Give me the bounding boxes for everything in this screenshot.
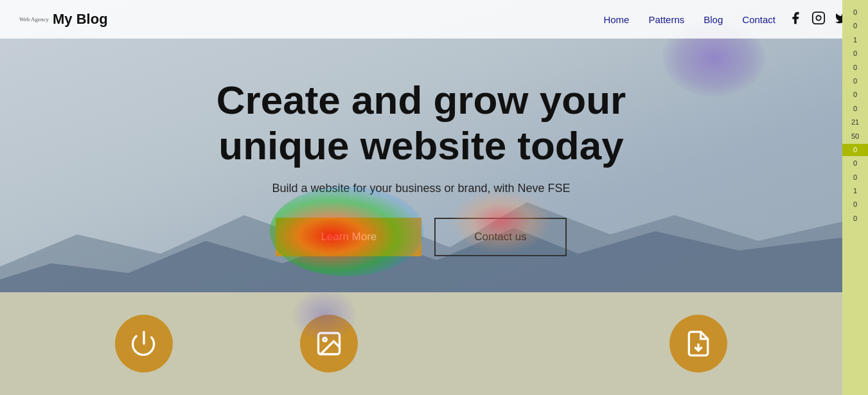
sidebar-num-10: 0 bbox=[842, 144, 868, 156]
main-nav: Home Patterns Blog Contact bbox=[603, 14, 775, 25]
power-icon-circle[interactable] bbox=[115, 315, 173, 373]
sidebar-num-2: 1 bbox=[842, 34, 868, 46]
power-icon bbox=[130, 329, 158, 358]
bottom-section bbox=[0, 292, 842, 395]
sidebar-num-15: 0 bbox=[842, 213, 868, 225]
image-icon bbox=[315, 329, 343, 358]
sidebar-num-4: 0 bbox=[842, 62, 868, 74]
download-icon-circle[interactable] bbox=[669, 315, 727, 373]
facebook-icon[interactable] bbox=[788, 11, 802, 28]
nav-contact[interactable]: Contact bbox=[742, 14, 775, 25]
hero-buttons: Learn More Contact us bbox=[276, 218, 566, 256]
download-icon bbox=[684, 329, 713, 358]
instagram-icon[interactable] bbox=[811, 11, 826, 28]
sidebar-num-7: 0 bbox=[842, 103, 868, 115]
hero-title: Create and grow your unique website toda… bbox=[217, 77, 626, 169]
sidebar-num-0: 0 bbox=[842, 6, 868, 19]
sidebar-num-13: 1 bbox=[842, 185, 868, 197]
sidebar-num-8: 21 bbox=[842, 116, 868, 128]
hero-subtitle: Build a website for your business or bra… bbox=[272, 182, 570, 195]
svg-point-6 bbox=[323, 338, 326, 342]
contact-us-button[interactable]: Contact us bbox=[434, 218, 566, 256]
hero-section: Create and grow your unique website toda… bbox=[0, 0, 842, 292]
sidebar-num-14: 0 bbox=[842, 198, 868, 211]
image-icon-circle[interactable] bbox=[300, 315, 358, 373]
site-title: My Blog bbox=[53, 11, 108, 28]
site-header: Web Agency My Blog Home Patterns Blog Co… bbox=[0, 0, 868, 39]
agency-label: Web Agency bbox=[19, 16, 49, 23]
learn-more-button[interactable]: Learn More bbox=[276, 218, 421, 256]
social-icons-group bbox=[788, 11, 849, 28]
nav-patterns[interactable]: Patterns bbox=[648, 14, 684, 25]
sidebar-num-1: 0 bbox=[842, 20, 868, 32]
sidebar-numbers: 0 0 1 0 0 0 0 0 21 50 0 0 0 1 0 0 bbox=[842, 0, 868, 395]
sidebar-num-9: 50 bbox=[842, 130, 868, 143]
sidebar-num-11: 0 bbox=[842, 157, 868, 170]
sidebar-num-6: 0 bbox=[842, 89, 868, 101]
nav-home[interactable]: Home bbox=[603, 14, 629, 25]
nav-blog[interactable]: Blog bbox=[704, 14, 723, 25]
svg-rect-0 bbox=[813, 12, 824, 23]
sidebar-num-3: 0 bbox=[842, 48, 868, 60]
sidebar-num-12: 0 bbox=[842, 171, 868, 184]
sidebar-num-5: 0 bbox=[842, 75, 868, 87]
hero-content: Create and grow your unique website toda… bbox=[0, 39, 842, 256]
